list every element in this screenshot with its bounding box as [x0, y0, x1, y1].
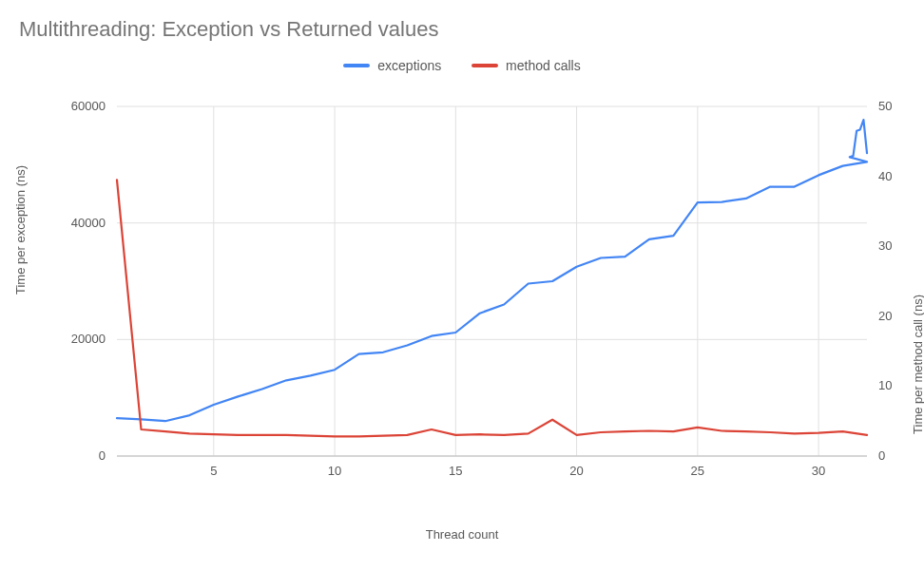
- chart-container: Multithreading: Exception vs Returned va…: [0, 0, 924, 571]
- x-tick-label: 10: [328, 464, 341, 478]
- y-left-tick-label: 0: [99, 448, 106, 463]
- y-right-tick-label: 20: [878, 309, 892, 323]
- y-axis-right-label: Time per method call (ns): [911, 295, 924, 434]
- x-tick-label: 15: [449, 464, 462, 478]
- y-right-tick-label: 50: [878, 99, 892, 113]
- legend-swatch-exceptions: [343, 64, 370, 67]
- legend-swatch-method-calls: [472, 64, 498, 67]
- series-exceptions: [117, 120, 867, 421]
- x-tick-label: 20: [569, 464, 583, 478]
- y-left-tick-label: 20000: [71, 332, 106, 346]
- y-right-tick-label: 10: [878, 378, 892, 392]
- plot-area: 51015202530020000400006000001020304050: [109, 95, 875, 494]
- legend-item-exceptions: exceptions: [343, 58, 441, 73]
- legend: exceptions method calls: [0, 55, 924, 73]
- y-right-tick-label: 30: [878, 238, 892, 253]
- y-axis-left-label: Time per exception (ns): [13, 165, 28, 295]
- y-right-tick-label: 0: [878, 448, 885, 463]
- x-tick-label: 30: [812, 464, 825, 478]
- legend-label-method-calls: method calls: [506, 58, 581, 73]
- plot-svg: 51015202530020000400006000001020304050: [109, 95, 875, 494]
- x-tick-label: 25: [691, 464, 704, 478]
- y-left-tick-label: 60000: [71, 99, 106, 113]
- legend-label-exceptions: exceptions: [377, 58, 441, 73]
- chart-title: Multithreading: Exception vs Returned va…: [19, 17, 438, 42]
- legend-item-method-calls: method calls: [472, 58, 581, 73]
- x-tick-label: 5: [210, 464, 217, 478]
- y-left-tick-label: 40000: [71, 216, 106, 230]
- x-axis-label: Thread count: [0, 527, 924, 542]
- y-right-tick-label: 40: [878, 169, 892, 183]
